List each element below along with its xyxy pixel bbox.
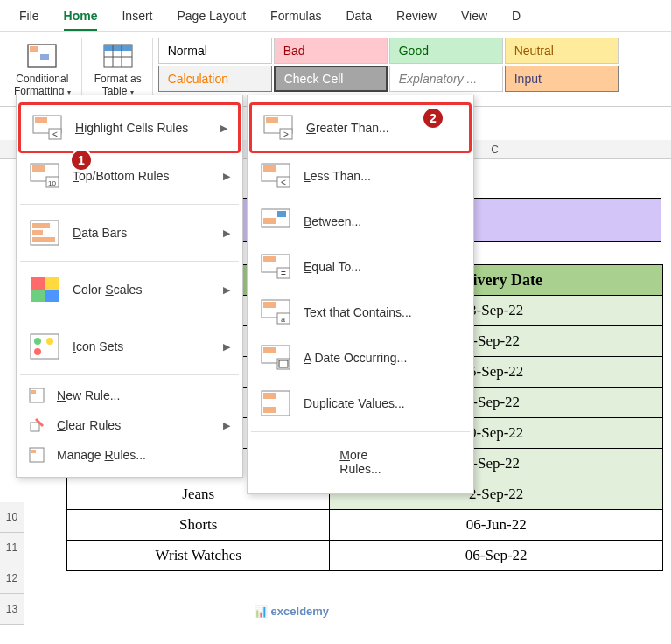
svg-rect-22 — [32, 237, 55, 242]
style-neutral[interactable]: Neutral — [505, 38, 619, 64]
menu-label: Top/Bottom Rules — [73, 169, 211, 183]
style-calculation[interactable]: Calculation — [158, 66, 272, 92]
svg-rect-56 — [263, 347, 276, 354]
svg-rect-20 — [32, 223, 50, 228]
tab-file[interactable]: File — [7, 4, 52, 28]
menu-equal-to[interactable]: = Equal To... — [249, 244, 472, 290]
menu-label: Text that Contains... — [304, 305, 461, 319]
style-input[interactable]: Input — [505, 66, 619, 92]
svg-rect-41 — [263, 165, 276, 172]
submenu-arrow-icon: ▶ — [220, 122, 227, 134]
tab-view[interactable]: View — [449, 4, 500, 28]
row-header[interactable]: 13 — [0, 594, 24, 625]
menu-more-rules[interactable]: More Rules... — [249, 438, 472, 486]
tab-home[interactable]: Home — [52, 4, 110, 28]
menu-top-bottom-rules[interactable]: 10 Top/Bottom Rules ▶ — [18, 153, 241, 199]
callout-1: 1 — [70, 149, 93, 172]
between-icon — [260, 207, 291, 235]
menu-label: A Date Occurring... — [304, 351, 461, 365]
text-contains-icon: a — [260, 298, 291, 326]
format-as-table-icon — [101, 41, 136, 71]
submenu-arrow-icon: ▶ — [223, 284, 230, 296]
row-header[interactable]: 10 — [0, 502, 24, 533]
menu-label: Data Bars — [73, 226, 211, 240]
style-normal[interactable]: Normal — [158, 38, 272, 64]
conditional-formatting-icon — [24, 41, 59, 71]
cf-label: ConditionalFormatting ▾ — [14, 73, 71, 97]
menu-data-bars[interactable]: Data Bars ▶ — [18, 210, 241, 256]
callout-2: 2 — [422, 107, 444, 130]
color-scales-icon — [29, 276, 60, 304]
menu-date-occurring[interactable]: A Date Occurring... — [249, 335, 472, 381]
menu-between[interactable]: Between... — [249, 199, 472, 244]
style-explanatory[interactable]: Explanatory ... — [389, 66, 503, 92]
svg-rect-12 — [35, 117, 47, 123]
less-than-icon: < — [260, 162, 291, 190]
svg-rect-61 — [263, 407, 276, 413]
menu-label: Duplicate Values... — [304, 396, 461, 410]
fat-label: Format asTable ▾ — [94, 73, 142, 97]
highlight-cells-submenu: > Greater Than... < Less Than... Between… — [247, 94, 474, 494]
tab-page-layout[interactable]: Page Layout — [164, 4, 258, 28]
cell-styles-gallery[interactable]: Normal Bad Good Neutral Calculation Chec… — [158, 38, 619, 92]
cell[interactable]: Wrist Watches — [67, 541, 330, 571]
svg-text:<: < — [52, 130, 58, 139]
tab-d[interactable]: D — [500, 4, 533, 28]
submenu-arrow-icon: ▶ — [223, 228, 230, 239]
conditional-formatting-button[interactable]: ConditionalFormatting ▾ — [12, 39, 73, 99]
menu-label: Color Scales — [73, 283, 211, 297]
svg-point-30 — [34, 348, 41, 355]
svg-rect-45 — [263, 218, 276, 224]
manage-rules-icon — [29, 447, 45, 463]
menu-highlight-cells-rules[interactable]: < Highlight Cells Rules ▶ — [18, 102, 241, 153]
tab-review[interactable]: Review — [384, 4, 449, 28]
tab-insert[interactable]: Insert — [109, 4, 164, 28]
menu-duplicate-values[interactable]: Duplicate Values... — [249, 381, 472, 426]
menu-label: Clear Rules — [57, 418, 211, 432]
tab-formulas[interactable]: Formulas — [258, 4, 333, 28]
style-bad[interactable]: Bad — [274, 38, 388, 64]
menu-text-contains[interactable]: a Text that Contains... — [249, 290, 472, 335]
svg-rect-7 — [104, 45, 132, 51]
svg-rect-4 — [40, 54, 49, 60]
svg-rect-35 — [31, 450, 36, 453]
menu-new-rule[interactable]: New Rule... — [18, 381, 241, 410]
svg-point-29 — [46, 338, 53, 345]
row-header[interactable]: 12 — [0, 564, 24, 594]
icon-sets-icon — [29, 332, 60, 360]
svg-rect-48 — [263, 256, 276, 262]
svg-rect-46 — [277, 211, 286, 217]
menubar: File Home Insert Page Layout Formulas Da… — [0, 0, 671, 32]
cell[interactable]: Shorts — [67, 510, 330, 541]
menu-less-than[interactable]: < Less Than... — [249, 153, 472, 199]
menu-color-scales[interactable]: Color Scales ▶ — [18, 267, 241, 312]
clear-rules-icon — [29, 417, 45, 433]
menu-label: Highlight Cells Rules — [75, 121, 208, 135]
highlight-cells-icon: < — [31, 114, 63, 142]
menu-clear-rules[interactable]: Clear Rules ▶ — [18, 410, 241, 440]
row-header[interactable]: 11 — [0, 533, 24, 564]
cell[interactable]: 06-Jun-22 — [330, 510, 663, 541]
format-as-table-button[interactable]: Format asTable ▾ — [93, 39, 143, 99]
menu-label: Equal To... — [304, 260, 461, 274]
svg-rect-52 — [263, 302, 276, 308]
tab-data[interactable]: Data — [333, 4, 384, 28]
new-rule-icon — [29, 388, 45, 403]
style-check-cell[interactable]: Check Cell — [274, 66, 388, 92]
svg-rect-32 — [31, 390, 36, 394]
data-bars-icon — [29, 219, 60, 247]
svg-point-28 — [34, 338, 41, 345]
svg-text:<: < — [281, 178, 286, 187]
greater-than-icon: > — [262, 114, 294, 142]
menu-label: Between... — [304, 214, 461, 228]
menu-manage-rules[interactable]: Manage Rules... — [18, 440, 241, 470]
cell[interactable]: 06-Sep-22 — [330, 541, 663, 571]
menu-icon-sets[interactable]: Icon Sets ▶ — [18, 324, 241, 369]
submenu-arrow-icon: ▶ — [223, 420, 230, 431]
svg-rect-26 — [45, 290, 59, 302]
svg-rect-37 — [266, 117, 278, 123]
svg-rect-24 — [45, 277, 59, 290]
style-good[interactable]: Good — [389, 38, 503, 64]
watermark: 📊 exceldemy — [254, 605, 329, 618]
svg-text:10: 10 — [48, 179, 56, 187]
